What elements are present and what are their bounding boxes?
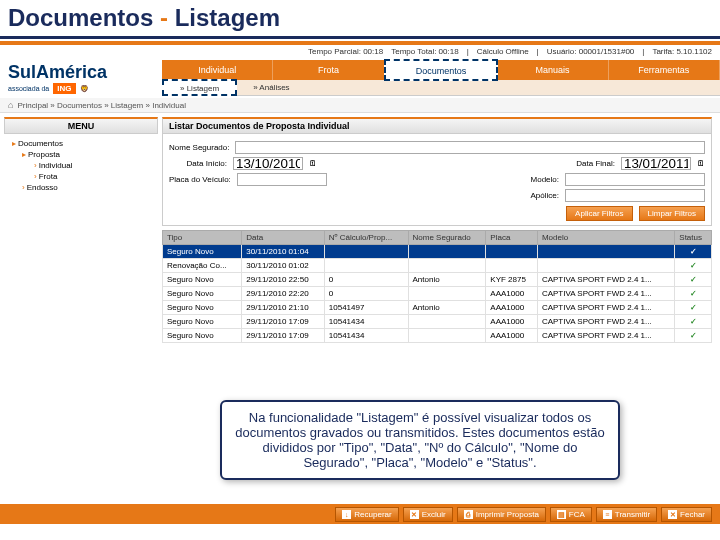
title-a: Documentos	[8, 4, 153, 31]
placa-input[interactable]	[237, 173, 327, 186]
table-row[interactable]: Seguro Novo29/11/2010 21:1010541497Anton…	[163, 301, 712, 315]
col-header[interactable]: Placa	[486, 231, 538, 245]
breadcrumb-text: Principal » Documentos » Listagem » Indi…	[17, 101, 186, 110]
tree-endosso[interactable]: ›Endosso	[6, 182, 156, 193]
doc-icon: ▤	[557, 510, 566, 519]
col-header[interactable]: Modelo	[537, 231, 674, 245]
table-row[interactable]: Seguro Novo29/11/2010 22:200AAA1000CAPTI…	[163, 287, 712, 301]
tree-proposta[interactable]: ▸Proposta	[6, 149, 156, 160]
tree-frota[interactable]: ›Frota	[6, 171, 156, 182]
nome-input[interactable]	[235, 141, 705, 154]
slide-title: Documentos - Listagem	[0, 0, 720, 39]
col-header[interactable]: Data	[242, 231, 324, 245]
subtab-analises[interactable]: » Análises	[237, 80, 305, 95]
excluir-button[interactable]: ✕Excluir	[403, 507, 453, 522]
documents-table: TipoDataNº Cálculo/Prop...Nome SeguradoP…	[162, 230, 712, 343]
calendar-icon[interactable]: 🗓	[697, 159, 705, 168]
apolice-label: Apólice:	[501, 191, 559, 200]
usuario: Usuário: 00001/1531#00	[547, 47, 635, 56]
tempo-parcial: Tempo Parcial: 00:18	[308, 47, 383, 56]
logo-assoc: associada da	[8, 85, 49, 92]
menu-header: MENU	[4, 117, 158, 134]
limpar-filtros-button[interactable]: Limpar Filtros	[639, 206, 705, 221]
status-check-icon: ✓	[675, 259, 712, 273]
tempo-total: Tempo Total: 00:18	[391, 47, 458, 56]
print-icon: ⎙	[464, 510, 473, 519]
sidebar: MENU ▸Documentos ▸Proposta ›Individual ›…	[0, 113, 162, 347]
status-check-icon: ✓	[675, 245, 712, 259]
title-sep: -	[153, 4, 174, 31]
table-row[interactable]: Seguro Novo29/11/2010 17:0910541434AAA10…	[163, 315, 712, 329]
apolice-input[interactable]	[565, 189, 705, 202]
logo-brand: SulAmérica	[8, 62, 154, 83]
modelo-label: Modelo:	[501, 175, 559, 184]
title-b: Listagem	[175, 4, 280, 31]
transmitir-button[interactable]: ≡Transmitir	[596, 507, 657, 522]
col-header[interactable]: Nº Cálculo/Prop...	[324, 231, 408, 245]
fca-button[interactable]: ▤FCA	[550, 507, 592, 522]
placa-label: Placa do Veículo:	[169, 175, 231, 184]
ing-logo: ING	[53, 83, 75, 94]
modelo-input[interactable]	[565, 173, 705, 186]
callout-box: Na funcionalidade "Listagem" é possível …	[220, 400, 620, 480]
tree-documentos[interactable]: ▸Documentos	[6, 138, 156, 149]
calendar-icon[interactable]: 🗓	[309, 159, 317, 168]
subtabs: » Listagem » Análises	[162, 80, 720, 96]
footer-toolbar: ↓Recuperar ✕Excluir ⎙Imprimir Proposta ▤…	[0, 504, 720, 524]
tree-individual[interactable]: ›Individual	[6, 160, 156, 171]
data-final-input[interactable]	[621, 157, 691, 170]
fechar-button[interactable]: ✕Fechar	[661, 507, 712, 522]
table-row[interactable]: Seguro Novo30/11/2010 01:04✓	[163, 245, 712, 259]
tab-individual[interactable]: Individual	[162, 60, 273, 80]
home-icon[interactable]: ⌂	[8, 100, 13, 110]
data-final-label: Data Final:	[557, 159, 615, 168]
data-inicio-label: Data Início:	[169, 159, 227, 168]
menu-tree: ▸Documentos ▸Proposta ›Individual ›Frota…	[4, 134, 158, 197]
status-check-icon: ✓	[675, 329, 712, 343]
panel-title: Listar Documentos de Proposta Individual	[162, 117, 712, 134]
x-icon: ✕	[410, 510, 419, 519]
table-row[interactable]: Seguro Novo29/11/2010 22:500AntonioKYF 2…	[163, 273, 712, 287]
tab-manuais[interactable]: Manuais	[497, 60, 608, 80]
status-check-icon: ✓	[675, 301, 712, 315]
table-row[interactable]: Seguro Novo29/11/2010 17:0910541434AAA10…	[163, 329, 712, 343]
tab-documentos[interactable]: Documentos	[384, 59, 498, 81]
tarifa: Tarifa: 5.10.1102	[652, 47, 712, 56]
main-panel: Listar Documentos de Proposta Individual…	[162, 113, 720, 347]
data-inicio-input[interactable]	[233, 157, 303, 170]
aplicar-filtros-button[interactable]: Aplicar Filtros	[566, 206, 632, 221]
tab-ferramentas[interactable]: Ferramentas	[609, 60, 720, 80]
main-tabs: Individual Frota Documentos Manuais Ferr…	[162, 60, 720, 80]
send-icon: ≡	[603, 510, 612, 519]
nome-label: Nome Segurado:	[169, 143, 229, 152]
col-header[interactable]: Status	[675, 231, 712, 245]
status-check-icon: ✓	[675, 287, 712, 301]
logo: SulAmérica associada da ING 🦁	[0, 58, 162, 98]
col-header[interactable]: Tipo	[163, 231, 242, 245]
down-icon: ↓	[342, 510, 351, 519]
imprimir-button[interactable]: ⎙Imprimir Proposta	[457, 507, 546, 522]
status-check-icon: ✓	[675, 273, 712, 287]
status-offline: Cálculo Offline	[477, 47, 529, 56]
table-row[interactable]: Renovação Co...30/11/2010 01:02✓	[163, 259, 712, 273]
breadcrumb: ⌂ Principal » Documentos » Listagem » In…	[0, 98, 720, 113]
status-check-icon: ✓	[675, 315, 712, 329]
col-header[interactable]: Nome Segurado	[408, 231, 486, 245]
subtab-listagem[interactable]: » Listagem	[162, 79, 237, 96]
recuperar-button[interactable]: ↓Recuperar	[335, 507, 398, 522]
lion-icon: 🦁	[80, 85, 89, 93]
tab-frota[interactable]: Frota	[273, 60, 384, 80]
topbar: Tempo Parcial: 00:18 Tempo Total: 00:18 …	[0, 45, 720, 58]
filters: Nome Segurado: Data Início: 🗓 Data Final…	[162, 134, 712, 226]
close-icon: ✕	[668, 510, 677, 519]
